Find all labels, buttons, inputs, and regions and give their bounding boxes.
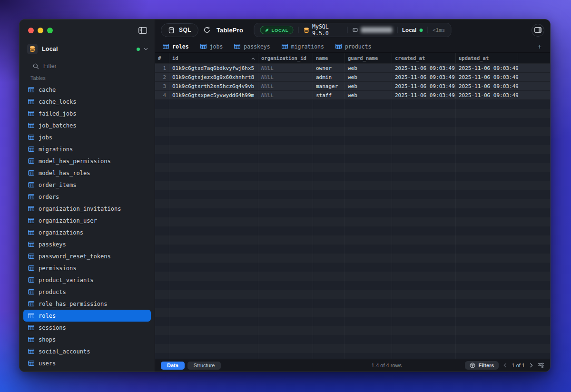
sidebar-toggle-icon[interactable] bbox=[138, 27, 147, 34]
cell-updated_at[interactable]: 2025-11-06 09:03:49 bbox=[456, 73, 518, 81]
column-header-row-number[interactable]: # bbox=[155, 53, 169, 63]
cell-created_at[interactable]: 2025-11-06 09:03:49 bbox=[392, 73, 456, 81]
empty-cell bbox=[258, 190, 313, 199]
cell-updated_at[interactable]: 2025-11-06 09:03:49 bbox=[456, 91, 518, 99]
empty-cell bbox=[518, 272, 550, 281]
column-header-name[interactable]: name bbox=[313, 53, 345, 63]
sidebar-item-order_items[interactable]: order_items bbox=[23, 179, 151, 191]
column-header-organization_id[interactable]: organization_id bbox=[258, 53, 313, 63]
empty-cell bbox=[456, 172, 518, 181]
sidebar-item-migrations[interactable]: migrations bbox=[23, 143, 151, 155]
sidebar-item-password_reset_tokens[interactable]: password_reset_tokens bbox=[23, 250, 151, 262]
cell-id[interactable]: 01k9c6gtsd7aq6bdkvyfwj6hx5 bbox=[169, 64, 258, 72]
sidebar-item-organization_user[interactable]: organization_user bbox=[23, 215, 151, 226]
tab-passkeys[interactable]: passkeys bbox=[228, 40, 276, 52]
empty-row bbox=[155, 290, 550, 299]
sidebar-item-failed_jobs[interactable]: failed_jobs bbox=[23, 108, 151, 119]
tab-products[interactable]: products bbox=[330, 40, 377, 52]
sidebar-item-permissions[interactable]: permissions bbox=[23, 262, 151, 274]
empty-cell bbox=[169, 127, 258, 136]
sidebar-item-model_has_roles[interactable]: model_has_roles bbox=[23, 167, 151, 179]
empty-cell bbox=[392, 344, 456, 353]
empty-cell bbox=[456, 199, 518, 208]
cell-guard_name[interactable]: web bbox=[345, 82, 392, 90]
cell-name[interactable]: manager bbox=[313, 82, 345, 90]
minimize-window-button[interactable] bbox=[38, 28, 43, 33]
cell-created_at[interactable]: 2025-11-06 09:03:49 bbox=[392, 82, 456, 90]
refresh-icon[interactable] bbox=[203, 26, 211, 34]
cell-updated_at[interactable]: 2025-11-06 09:03:49 bbox=[456, 64, 518, 72]
sidebar-item-jobs[interactable]: jobs bbox=[23, 131, 151, 143]
grid-body: 101k9c6gtsd7aq6bdkvyfwj6hx5NULLownerweb2… bbox=[155, 64, 550, 359]
cell-id[interactable]: 01k9c6gtsjezx8g9x60xhnhrt8 bbox=[169, 73, 258, 81]
filter-input[interactable] bbox=[43, 63, 147, 69]
sidebar-item-passkeys[interactable]: passkeys bbox=[23, 238, 151, 250]
sidebar-item-role_has_permissions[interactable]: role_has_permissions bbox=[23, 298, 151, 310]
table-row[interactable]: 401k9c6gtsxpec5yvwydd64h99mNULLstaffweb2… bbox=[155, 91, 550, 100]
cell-id[interactable]: 01k9c6gtsrth2sn5hcz6q4v9vb bbox=[169, 82, 258, 90]
tab-migrations[interactable]: migrations bbox=[276, 40, 330, 52]
tab-data[interactable]: Data bbox=[161, 362, 185, 370]
empty-cell bbox=[518, 127, 550, 136]
empty-cell bbox=[456, 326, 518, 335]
connection-row[interactable]: Local bbox=[20, 41, 155, 57]
sidebar-item-sessions[interactable]: sessions bbox=[23, 322, 151, 333]
sidebar-item-products[interactable]: products bbox=[23, 286, 151, 298]
tab-structure[interactable]: Structure bbox=[187, 362, 221, 370]
sidebar-item-users[interactable]: users bbox=[23, 357, 151, 369]
cell-name[interactable]: staff bbox=[313, 91, 345, 99]
sidebar-item-organization_invitations[interactable]: organization_invitations bbox=[23, 203, 151, 215]
env-badge-label: LOCAL bbox=[272, 28, 289, 33]
sidebar-item-cache[interactable]: cache bbox=[23, 84, 151, 96]
cell-name[interactable]: admin bbox=[313, 73, 345, 81]
sidebar-item-model_has_permissions[interactable]: model_has_permissions bbox=[23, 155, 151, 167]
column-header-guard_name[interactable]: guard_name bbox=[345, 53, 392, 63]
sidebar-item-social_accounts[interactable]: social_accounts bbox=[23, 345, 151, 357]
empty-cell bbox=[169, 154, 258, 163]
sidebar-item-label: social_accounts bbox=[39, 348, 90, 355]
sidebar-item-product_variants[interactable]: product_variants bbox=[23, 274, 151, 286]
cell-name[interactable]: owner bbox=[313, 64, 345, 72]
column-header-updated_at[interactable]: updated_at bbox=[456, 53, 518, 63]
empty-cell bbox=[392, 326, 456, 335]
empty-cell bbox=[155, 299, 169, 308]
cell-organization_id[interactable]: NULL bbox=[258, 73, 313, 81]
sidebar-item-orders[interactable]: orders bbox=[23, 191, 151, 203]
sidebar-item-job_batches[interactable]: job_batches bbox=[23, 119, 151, 131]
table-row[interactable]: 201k9c6gtsjezx8g9x60xhnhrt8NULLadminweb2… bbox=[155, 73, 550, 82]
next-page-icon[interactable] bbox=[530, 363, 533, 368]
connection-status-pill[interactable]: LOCAL MySQL 9.5.0 bbox=[254, 23, 452, 37]
cell-created_at[interactable]: 2025-11-06 09:03:49 bbox=[392, 64, 456, 72]
prev-page-icon[interactable] bbox=[503, 363, 507, 368]
close-window-button[interactable] bbox=[28, 28, 34, 33]
cell-guard_name[interactable]: web bbox=[345, 73, 392, 81]
column-header-id[interactable]: id bbox=[169, 53, 258, 63]
table-row[interactable]: 101k9c6gtsd7aq6bdkvyfwj6hx5NULLownerweb2… bbox=[155, 64, 550, 73]
cell-created_at[interactable]: 2025-11-06 09:03:49 bbox=[392, 91, 456, 99]
empty-cell bbox=[345, 335, 392, 344]
empty-cell bbox=[518, 226, 550, 235]
sidebar-item-organizations[interactable]: organizations bbox=[23, 226, 151, 238]
cell-guard_name[interactable]: web bbox=[345, 91, 392, 99]
sidebar-item-label: roles bbox=[39, 313, 56, 319]
cell-organization_id[interactable]: NULL bbox=[258, 82, 313, 90]
cell-organization_id[interactable]: NULL bbox=[258, 91, 313, 99]
table-row[interactable]: 301k9c6gtsrth2sn5hcz6q4v9vbNULLmanagerwe… bbox=[155, 82, 550, 91]
column-header-created_at[interactable]: created_at bbox=[392, 53, 456, 63]
cell-organization_id[interactable]: NULL bbox=[258, 64, 313, 72]
zoom-window-button[interactable] bbox=[47, 28, 53, 33]
sidebar-item-shops[interactable]: shops bbox=[23, 333, 151, 345]
cell-updated_at[interactable]: 2025-11-06 09:03:49 bbox=[456, 82, 518, 90]
sql-editor-button[interactable]: SQL bbox=[161, 23, 198, 37]
tab-jobs[interactable]: jobs bbox=[195, 40, 229, 52]
filters-button[interactable]: Filters bbox=[465, 361, 499, 370]
sidebar-item-cache_locks[interactable]: cache_locks bbox=[23, 96, 151, 108]
right-panel-toggle[interactable] bbox=[532, 24, 544, 37]
tab-roles[interactable]: roles bbox=[157, 40, 195, 52]
sidebar-item-roles[interactable]: roles bbox=[23, 310, 151, 322]
new-tab-button[interactable]: + bbox=[538, 43, 541, 50]
view-options-icon[interactable] bbox=[538, 363, 544, 368]
chevron-down-icon[interactable] bbox=[144, 48, 148, 50]
cell-id[interactable]: 01k9c6gtsxpec5yvwydd64h99m bbox=[169, 91, 258, 99]
cell-guard_name[interactable]: web bbox=[345, 64, 392, 72]
